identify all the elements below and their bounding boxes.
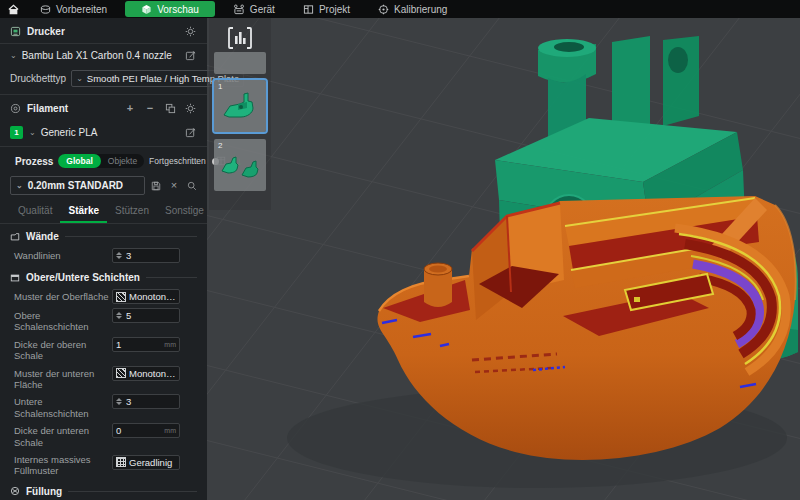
edit-filament-button[interactable] [183, 125, 197, 139]
tab-quality[interactable]: Qualität [10, 201, 60, 223]
wall-loops-input[interactable]: 3 [112, 248, 180, 263]
chevron-down-icon: ⌄ [76, 74, 83, 83]
printer-settings-gear-button[interactable] [183, 24, 197, 38]
spinner-arrows[interactable] [116, 252, 123, 259]
project-icon [303, 4, 314, 15]
tab-preview[interactable]: Vorschau [125, 1, 215, 17]
internal-solid-pattern-select[interactable]: Geradlinig [112, 455, 180, 470]
plate-stats-icon [227, 26, 253, 50]
edit-icon [185, 127, 196, 138]
process-section-header: Prozess Global Objekte Fortgeschritten [0, 147, 207, 173]
walls-icon [10, 232, 20, 242]
setting-unit: mm [164, 427, 176, 434]
filament-section-header: Filament + − [0, 95, 207, 120]
top-bottom-group-title: Obere/Untere Schichten [26, 272, 140, 283]
flush-volumes-button[interactable] [163, 101, 177, 115]
top-bottom-shell-icon [10, 273, 20, 283]
spinner-arrows[interactable] [116, 398, 123, 405]
bottom-surface-pattern-select[interactable]: Monotonisch [112, 366, 180, 381]
setting-label: Internes massives Füllmuster [14, 452, 112, 477]
plate-thumbnail-2[interactable]: 2 [214, 139, 266, 191]
flush-volumes-icon [165, 103, 176, 114]
chevron-down-icon: ⌄ [16, 181, 23, 190]
setting-value: Monotonisch [129, 368, 176, 379]
device-icon [233, 4, 245, 15]
spinner-arrows[interactable] [116, 312, 123, 319]
plate-thumbnail-1[interactable]: 1 [214, 80, 266, 132]
filament-settings-gear-button[interactable] [183, 101, 197, 115]
top-shell-thickness-input[interactable]: 1 mm [112, 337, 180, 352]
tab-others[interactable]: Sonstige [157, 201, 212, 223]
filament-spool-icon [10, 103, 21, 114]
add-filament-button[interactable]: + [123, 101, 137, 115]
printer-preset-row: ⌄ Bambu Lab X1 Carbon 0.4 nozzle [0, 44, 207, 66]
setting-row-top-layers: Obere Schalenschichten 5 [0, 306, 207, 335]
top-shell-layers-input[interactable]: 5 [112, 308, 180, 323]
tab-device[interactable]: Gerät [219, 0, 289, 18]
search-settings-button[interactable] [185, 179, 199, 193]
hatch-pattern-icon [116, 368, 126, 378]
process-preset-row: ⌄ 0.20mm STANDARD × [0, 173, 207, 201]
setting-value: Monotonisc… [129, 291, 176, 302]
bottom-shell-thickness-input[interactable]: 0 mm [112, 423, 180, 438]
home-button[interactable] [0, 0, 26, 18]
plate-thumbnail-partial[interactable] [214, 52, 266, 74]
bottom-shell-layers-input[interactable]: 3 [112, 394, 180, 409]
setting-label: Dicke der unteren Schale [14, 423, 112, 448]
tab-prepare-label: Vorbereiten [56, 4, 107, 15]
process-preset-value: 0.20mm STANDARD [28, 180, 123, 191]
setting-row-wall-loops: Wandlinien 3 [0, 246, 207, 265]
search-icon [187, 181, 197, 191]
tab-calibration-label: Kalibrierung [394, 4, 447, 15]
filament-slot-badge[interactable]: 1 [10, 126, 23, 139]
setting-label: Dicke der oberen Schale [14, 337, 112, 362]
infill-icon [10, 486, 20, 496]
save-icon [151, 181, 161, 191]
remove-filament-button[interactable]: − [143, 101, 157, 115]
scope-objects-option[interactable]: Objekte [101, 156, 144, 166]
plate-list: 1 2 [209, 18, 271, 210]
filament-section-title: Filament [27, 103, 68, 114]
scope-global-pill[interactable]: Global [58, 154, 100, 168]
setting-value: 3 [126, 250, 176, 261]
edit-printer-button[interactable] [183, 48, 197, 62]
save-preset-button[interactable] [149, 179, 163, 193]
printer-preset-select[interactable]: ⌄ Bambu Lab X1 Carbon 0.4 nozzle [10, 50, 183, 61]
process-preset-select[interactable]: ⌄ 0.20mm STANDARD [10, 176, 145, 195]
bed-type-label: Druckbetttyp [10, 73, 66, 84]
viewport-scene [207, 18, 800, 500]
setting-value: 3 [126, 396, 176, 407]
tab-preview-label: Vorschau [157, 4, 199, 15]
tab-project[interactable]: Projekt [289, 0, 364, 18]
tab-project-label: Projekt [319, 4, 350, 15]
top-bottom-group-header: Obere/Untere Schichten [0, 265, 207, 287]
plate-stats-button[interactable] [214, 22, 266, 52]
printer-section-title: Drucker [27, 26, 65, 37]
preview-icon [141, 4, 152, 15]
tab-supports[interactable]: Stützen [107, 201, 157, 223]
viewport-3d[interactable] [207, 18, 800, 500]
bed-type-row: Druckbetttyp ⌄ Smooth PEI Plate / High T… [0, 66, 207, 94]
process-param-tabs: Qualität Stärke Stützen Sonstige [0, 201, 207, 224]
infill-group-header: Füllung [0, 479, 207, 500]
plate-number: 2 [218, 141, 222, 150]
filament-preset-value: Generic PLA [41, 127, 98, 138]
calibration-icon [378, 4, 389, 15]
filament-preset-row: 1 ⌄ Generic PLA [0, 120, 207, 146]
slicer-app: Vorbereiten Vorschau Gerät Pr [0, 0, 800, 500]
filament-preset-select[interactable]: ⌄ Generic PLA [29, 127, 177, 138]
top-surface-pattern-select[interactable]: Monotonisc… [112, 289, 180, 304]
setting-value: 5 [126, 310, 176, 321]
printer-preset-value: Bambu Lab X1 Carbon 0.4 nozzle [22, 50, 172, 61]
delete-preset-button[interactable]: × [167, 179, 181, 193]
settings-sidebar: Drucker ⌄ Bambu Lab X1 Carbon 0.4 nozzle [0, 18, 207, 500]
tab-prepare[interactable]: Vorbereiten [26, 0, 121, 18]
gear-icon [185, 26, 196, 37]
tab-strength[interactable]: Stärke [60, 201, 107, 223]
setting-value: 1 [116, 339, 161, 350]
setting-row-top-thickness: Dicke der oberen Schale 1 mm [0, 335, 207, 364]
tab-calibration[interactable]: Kalibrierung [364, 0, 461, 18]
chevron-down-icon: ⌄ [10, 51, 17, 60]
process-scope-switch[interactable]: Global Objekte [58, 154, 144, 168]
setting-unit: mm [164, 341, 176, 348]
